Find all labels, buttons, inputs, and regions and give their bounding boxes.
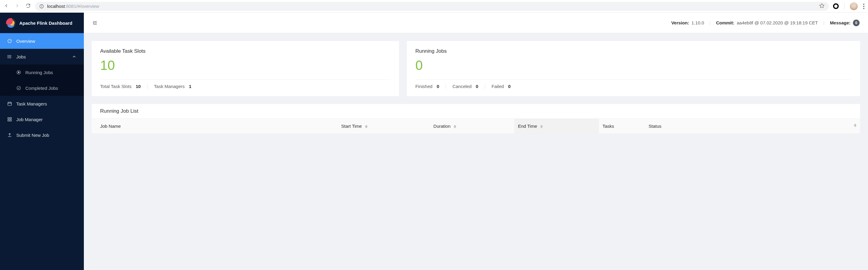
col-duration[interactable]: Duration [430,119,514,134]
svg-marker-25 [365,125,368,127]
bookmark-star-icon[interactable] [819,3,825,9]
commit-meta: Commit: aa4eb8f @ 07.02.2020 @ 19:18:19 … [716,20,818,25]
dashboard-icon [7,39,12,43]
url-text: localhost:8081/#/overview [47,4,99,9]
flink-logo-icon [6,18,16,28]
svg-point-9 [8,56,8,57]
sidebar-jobs-submenu: Running Jobs Completed Jobs [0,65,84,96]
grid-icon [7,117,12,122]
card-title: Available Task Slots [100,48,391,54]
task-managers-label: Task Managers [154,84,185,89]
available-task-slots-card: Available Task Slots 10 Total Task Slots… [92,41,399,96]
total-slots-value: 10 [136,84,141,89]
play-circle-icon [16,70,21,75]
card-title: Running Jobs [415,48,852,54]
running-job-list-card: Running Job List Job Name Start Time [92,104,860,134]
sort-icon [365,125,368,128]
running-jobs-card: Running Jobs 0 Finished 0 | Canceled 0 |… [407,41,860,96]
calendar-icon [7,101,12,106]
sort-icon [540,125,543,128]
svg-rect-14 [8,102,11,105]
sidebar-item-jobs[interactable]: Jobs [0,49,84,65]
svg-rect-20 [8,120,9,121]
sidebar-item-label: Job Manager [16,117,43,122]
canceled-label: Canceled [453,84,471,89]
total-slots-label: Total Task Slots [100,84,131,89]
col-start-time[interactable]: Start Time [338,119,430,134]
finished-label: Finished [415,84,433,89]
upload-icon [7,133,12,137]
check-circle-icon [16,86,21,91]
sidebar-item-label: Completed Jobs [25,86,58,91]
message-meta: Message: 0 [830,20,860,26]
sidebar-item-label: Jobs [16,54,26,59]
chevron-up-icon [72,54,76,59]
svg-marker-12 [19,71,20,73]
svg-marker-28 [454,127,456,128]
col-tasks[interactable]: Tasks [599,119,645,134]
chrome-divider [844,3,844,10]
svg-point-13 [17,86,21,90]
address-bar[interactable]: localhost:8081/#/overview [35,2,829,11]
version-meta: Version: 1.10.0 [671,20,704,25]
topbar: Version: 1.10.0 | Commit: aa4eb8f @ 07.0… [84,13,868,33]
brand[interactable]: Apache Flink Dashboard [0,13,84,33]
browser-chrome: localhost:8081/#/overview [0,0,868,13]
available-slots-value: 10 [100,57,391,74]
svg-rect-21 [10,120,11,121]
svg-marker-27 [454,125,456,127]
svg-marker-3 [820,4,824,8]
message-count-badge: 0 [853,20,860,26]
svg-point-8 [8,55,8,56]
sidebar-item-label: Task Managers [16,101,47,106]
failed-value: 0 [508,84,510,89]
col-job-name[interactable]: Job Name [92,119,338,134]
svg-marker-26 [365,127,368,128]
sidebar-item-running-jobs[interactable]: Running Jobs [0,65,84,80]
list-icon [7,54,12,59]
svg-rect-18 [8,117,9,119]
sidebar: Apache Flink Dashboard Overview Jobs Run… [0,13,84,270]
running-jobs-value: 0 [415,57,852,74]
sidebar-item-label: Submit New Job [16,133,49,138]
browser-menu-icon[interactable] [863,4,864,9]
sidebar-item-submit-new-job[interactable]: Submit New Job [0,127,84,143]
svg-marker-30 [540,127,543,128]
sidebar-item-completed-jobs[interactable]: Completed Jobs [0,80,84,96]
sort-icon [454,125,456,128]
job-list-table: Job Name Start Time Duration [92,119,860,134]
svg-point-10 [8,58,8,58]
sidebar-item-label: Running Jobs [25,70,53,75]
finished-value: 0 [437,84,439,89]
sidebar-item-task-managers[interactable]: Task Managers [0,96,84,111]
failed-label: Failed [492,84,504,89]
main-content: Version: 1.10.0 | Commit: aa4eb8f @ 07.0… [84,13,868,270]
svg-marker-31 [854,124,857,125]
sidebar-item-job-manager[interactable]: Job Manager [0,111,84,127]
sidebar-item-label: Overview [16,39,35,44]
collapse-sidebar-icon[interactable] [92,20,98,26]
browser-reload-icon[interactable] [25,3,31,9]
svg-marker-29 [540,125,543,127]
profile-avatar[interactable] [850,2,858,10]
svg-marker-32 [854,125,857,127]
col-end-time[interactable]: End Time [514,119,599,134]
svg-rect-19 [10,117,11,119]
sort-icon [854,124,857,127]
list-title: Running Job List [92,104,860,119]
extension-icon[interactable] [833,3,839,9]
app-title: Apache Flink Dashboard [19,21,72,26]
browser-back-icon[interactable] [4,3,9,9]
sidebar-item-overview[interactable]: Overview [0,33,84,49]
browser-forward-icon [14,3,20,9]
site-info-icon[interactable] [39,4,44,9]
col-status[interactable]: Status [645,119,860,134]
canceled-value: 0 [476,84,478,89]
task-managers-value: 1 [189,84,191,89]
